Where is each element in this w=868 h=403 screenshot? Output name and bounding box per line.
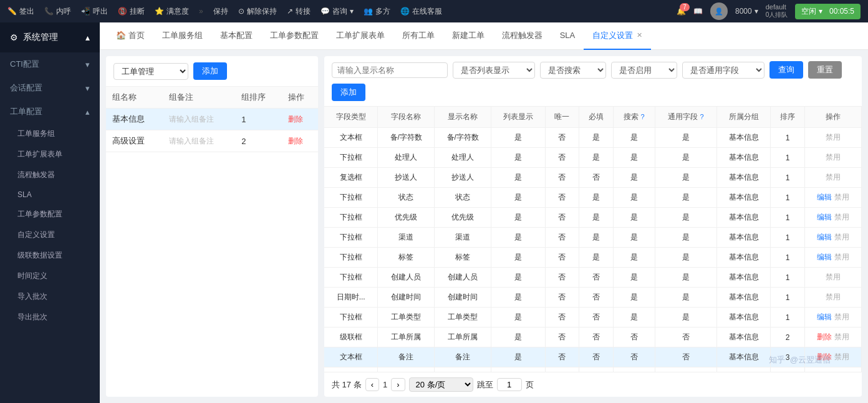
avatar[interactable]: 👤 bbox=[710, 2, 728, 20]
disable-link[interactable]: 禁用 bbox=[826, 133, 841, 142]
cell-group-sort: 1 bbox=[235, 109, 282, 130]
sidebar-item-cti[interactable]: CTI配置▾ bbox=[0, 52, 100, 76]
tab-custom-settings[interactable]: 自定义设置 ✕ bbox=[584, 22, 651, 50]
table-row: 级联框 工单所属 工单所属 是 否 否 否 否 基本信息 2 删除 禁用 bbox=[324, 328, 862, 347]
right-toolbar: 是否列表显示 是 否 是否搜索 是 否 是否启用 是 否 bbox=[324, 56, 862, 107]
tab-extend-form[interactable]: 工单扩展表单 bbox=[327, 22, 393, 50]
edit-link[interactable]: 编辑 bbox=[817, 233, 832, 241]
sign-out-btn[interactable]: ✏️ 签出 bbox=[7, 6, 34, 17]
sidebar-item-workorder[interactable]: 工单配置▴ bbox=[0, 100, 100, 124]
knowledge-icon[interactable]: 📖 bbox=[693, 7, 703, 16]
delete-link[interactable]: 删除 bbox=[288, 115, 303, 124]
pagination: 共 17 条 ‹ 1 › 20 条/页 50 条/页 100 条/页 跳至 页 bbox=[324, 372, 862, 397]
prev-page-btn[interactable]: ‹ bbox=[365, 378, 379, 391]
agent-number[interactable]: 8000 ▾ bbox=[735, 7, 758, 16]
content-area: 🏠 首页 工单服务组 基本配置 工单参数配置 工单扩展表单 所有工单 新建工单 … bbox=[100, 22, 868, 403]
search-help-icon[interactable]: ? bbox=[640, 113, 644, 120]
hang-up-btn[interactable]: 📵 挂断 bbox=[118, 6, 145, 17]
tab-params-config[interactable]: 工单参数配置 bbox=[261, 22, 327, 50]
unhold-btn[interactable]: ⊙ 解除保持 bbox=[238, 6, 277, 17]
disable-link[interactable]: 禁用 bbox=[834, 313, 849, 321]
edit-link[interactable]: 编辑 bbox=[817, 213, 832, 221]
sidebar-item-extend-form[interactable]: 工单扩展表单 bbox=[0, 144, 100, 165]
satisfaction-btn[interactable]: ⭐ 满意度 bbox=[155, 6, 189, 17]
col-required: 必填 bbox=[579, 107, 614, 128]
disable-link[interactable]: 禁用 bbox=[834, 233, 849, 241]
table-row: 下拉框 状态 状态 是 否 是 是 是 基本信息 1 编辑 禁用 bbox=[324, 188, 862, 208]
table-row: 下拉框 工单类型 工单类型 是 否 否 是 是 基本信息 1 编辑 禁用 bbox=[324, 308, 862, 328]
sidebar: ⚙ 系统管理 ▴ CTI配置▾ 会话配置▾ 工单配置▴ 工单服务组 工单扩展表单… bbox=[0, 22, 100, 403]
sidebar-header: ⚙ 系统管理 ▴ bbox=[0, 22, 100, 52]
disable-link[interactable]: 禁用 bbox=[834, 213, 849, 221]
delete-link[interactable]: 删除 bbox=[288, 137, 303, 145]
reset-button[interactable]: 重置 bbox=[808, 61, 842, 79]
sidebar-item-time[interactable]: 时间定义 bbox=[0, 266, 100, 286]
tab-basic-config[interactable]: 基本配置 bbox=[211, 22, 261, 50]
sidebar-collapse-icon[interactable]: ▴ bbox=[85, 32, 90, 42]
sidebar-item-import[interactable]: 导入批次 bbox=[0, 286, 100, 307]
inner-call-btn[interactable]: 📞 内呼 bbox=[44, 6, 71, 17]
sidebar-item-cascade[interactable]: 级联数据设置 bbox=[0, 245, 100, 266]
table-row: 下拉框 处理人 处理人 是 否 是 是 是 基本信息 1 禁用 bbox=[324, 148, 862, 168]
tabs-bar: 🏠 首页 工单服务组 基本配置 工单参数配置 工单扩展表单 所有工单 新建工单 … bbox=[100, 22, 868, 50]
disable-link[interactable]: 禁用 bbox=[834, 333, 849, 341]
cell-group-name: 高级设置 bbox=[106, 130, 163, 152]
tab-service-group[interactable]: 工单服务组 bbox=[153, 22, 211, 50]
col-field-type: 字段类型 bbox=[324, 107, 378, 128]
notification-bell[interactable]: 🔔 7 bbox=[677, 7, 686, 16]
total-count: 共 17 条 bbox=[332, 379, 362, 391]
tab-new-order[interactable]: 新建工单 bbox=[443, 22, 493, 50]
table-row: 高级设置 请输入组备注 2 删除 bbox=[106, 130, 318, 152]
edit-link[interactable]: 编辑 bbox=[817, 313, 832, 321]
sidebar-item-params[interactable]: 工单参数配置 bbox=[0, 204, 100, 225]
general-help-icon[interactable]: ? bbox=[700, 113, 704, 120]
disable-link[interactable]: 禁用 bbox=[826, 273, 841, 281]
disable-link[interactable]: 禁用 bbox=[834, 352, 849, 361]
tab-home[interactable]: 🏠 首页 bbox=[107, 22, 153, 50]
consult-btn[interactable]: 💬 咨询 ▾ bbox=[321, 6, 354, 17]
next-page-btn[interactable]: › bbox=[391, 378, 405, 391]
multi-btn[interactable]: 👥 多方 bbox=[364, 6, 390, 17]
hold-btn[interactable]: 保持 bbox=[213, 6, 228, 17]
sidebar-item-session[interactable]: 会话配置▾ bbox=[0, 76, 100, 100]
online-service-btn[interactable]: 🌐 在线客服 bbox=[400, 6, 442, 17]
disable-link[interactable]: 禁用 bbox=[826, 293, 841, 301]
tab-sla[interactable]: SLA bbox=[551, 22, 584, 50]
disable-link[interactable]: 禁用 bbox=[826, 153, 841, 162]
edit-link[interactable]: 编辑 bbox=[817, 193, 832, 202]
transfer-btn[interactable]: ↗ 转接 bbox=[287, 6, 311, 17]
add-field-button[interactable]: 添加 bbox=[332, 84, 365, 101]
sidebar-item-service-group[interactable]: 工单服务组 bbox=[0, 124, 100, 144]
delete-link[interactable]: 删除 bbox=[817, 333, 832, 341]
query-button[interactable]: 查询 bbox=[769, 61, 803, 79]
jump-page-input[interactable] bbox=[497, 378, 522, 391]
cell-group-action: 删除 bbox=[282, 130, 318, 152]
col-group-note: 组备注 bbox=[163, 87, 235, 109]
col-general: 通用字段 ? bbox=[655, 107, 716, 128]
agent-status-btn[interactable]: 空闲 ▾ 00:05:5 bbox=[795, 4, 861, 19]
per-page-select[interactable]: 20 条/页 50 条/页 100 条/页 bbox=[409, 377, 473, 392]
tab-flow-trigger[interactable]: 流程触发器 bbox=[493, 22, 551, 50]
disable-link[interactable]: 禁用 bbox=[834, 253, 849, 261]
sidebar-item-export[interactable]: 导出批次 bbox=[0, 307, 100, 328]
tab-close-icon[interactable]: ✕ bbox=[637, 31, 642, 39]
sidebar-item-custom[interactable]: 自定义设置 bbox=[0, 225, 100, 245]
sidebar-item-flow-trigger[interactable]: 流程触发器 bbox=[0, 165, 100, 185]
delete-link[interactable]: 删除 bbox=[817, 352, 832, 361]
disable-link[interactable]: 禁用 bbox=[834, 193, 849, 202]
cell-group-note: 请输入组备注 bbox=[163, 130, 235, 152]
table-row: 下拉框 创建人员 创建人员 是 否 否 是 是 基本信息 1 禁用 bbox=[324, 268, 862, 288]
col-action: 操作 bbox=[804, 107, 861, 128]
sidebar-item-sla[interactable]: SLA bbox=[0, 185, 100, 204]
list-display-select[interactable]: 是否列表显示 是 否 bbox=[453, 62, 535, 79]
search-input[interactable] bbox=[332, 62, 448, 78]
group-select[interactable]: 工单管理 其他 bbox=[113, 63, 188, 80]
out-call-btn[interactable]: 📲 呼出 bbox=[81, 6, 108, 17]
left-add-button[interactable]: 添加 bbox=[193, 62, 227, 80]
general-field-select[interactable]: 是否通用字段 是 否 bbox=[682, 62, 764, 79]
enabled-select[interactable]: 是否启用 是 否 bbox=[611, 62, 677, 79]
tab-all-orders[interactable]: 所有工单 bbox=[393, 22, 443, 50]
disable-link[interactable]: 禁用 bbox=[826, 173, 841, 182]
search-select[interactable]: 是否搜索 是 否 bbox=[540, 62, 606, 79]
edit-link[interactable]: 编辑 bbox=[817, 253, 832, 261]
